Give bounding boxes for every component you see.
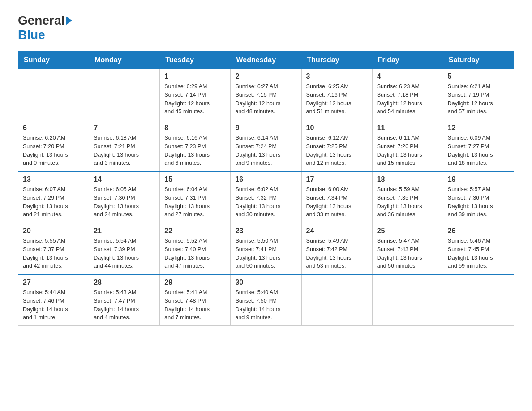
day-number: 25	[377, 227, 438, 235]
calendar-header-saturday: Saturday	[443, 51, 514, 69]
day-info: Sunrise: 5:57 AM Sunset: 7:36 PM Dayligh…	[448, 185, 509, 219]
day-info: Sunrise: 6:23 AM Sunset: 7:18 PM Dayligh…	[377, 82, 438, 116]
calendar-day-12: 12Sunrise: 6:09 AM Sunset: 7:27 PM Dayli…	[443, 120, 514, 171]
day-number: 2	[235, 73, 296, 81]
calendar-empty-cell	[18, 69, 89, 120]
calendar-day-23: 23Sunrise: 5:50 AM Sunset: 7:41 PM Dayli…	[231, 223, 301, 274]
day-info: Sunrise: 5:40 AM Sunset: 7:50 PM Dayligh…	[235, 288, 296, 322]
day-info: Sunrise: 5:47 AM Sunset: 7:43 PM Dayligh…	[377, 237, 438, 270]
calendar-week-row: 27Sunrise: 5:44 AM Sunset: 7:46 PM Dayli…	[18, 274, 514, 326]
day-info: Sunrise: 6:21 AM Sunset: 7:19 PM Dayligh…	[448, 82, 509, 116]
day-info: Sunrise: 6:20 AM Sunset: 7:20 PM Dayligh…	[23, 134, 84, 167]
day-number: 15	[164, 176, 226, 184]
calendar-empty-cell	[89, 69, 160, 120]
day-number: 23	[235, 227, 296, 235]
day-info: Sunrise: 6:14 AM Sunset: 7:24 PM Dayligh…	[235, 134, 296, 167]
calendar-day-4: 4Sunrise: 6:23 AM Sunset: 7:18 PM Daylig…	[372, 69, 443, 120]
calendar-day-17: 17Sunrise: 6:00 AM Sunset: 7:34 PM Dayli…	[301, 171, 372, 223]
calendar-week-row: 13Sunrise: 6:07 AM Sunset: 7:29 PM Dayli…	[18, 171, 514, 223]
calendar-day-28: 28Sunrise: 5:43 AM Sunset: 7:47 PM Dayli…	[89, 274, 160, 326]
day-info: Sunrise: 5:55 AM Sunset: 7:37 PM Dayligh…	[23, 237, 84, 270]
day-info: Sunrise: 5:54 AM Sunset: 7:39 PM Dayligh…	[94, 237, 155, 270]
day-info: Sunrise: 6:27 AM Sunset: 7:15 PM Dayligh…	[235, 82, 296, 116]
day-number: 29	[164, 278, 226, 287]
calendar-header-wednesday: Wednesday	[231, 51, 301, 69]
calendar-day-19: 19Sunrise: 5:57 AM Sunset: 7:36 PM Dayli…	[443, 171, 514, 223]
day-number: 27	[23, 278, 84, 287]
day-info: Sunrise: 6:18 AM Sunset: 7:21 PM Dayligh…	[94, 134, 155, 167]
calendar-day-5: 5Sunrise: 6:21 AM Sunset: 7:19 PM Daylig…	[443, 69, 514, 120]
calendar-day-26: 26Sunrise: 5:46 AM Sunset: 7:45 PM Dayli…	[443, 223, 514, 274]
day-number: 11	[377, 124, 438, 132]
calendar-header-thursday: Thursday	[301, 51, 372, 69]
calendar-day-3: 3Sunrise: 6:25 AM Sunset: 7:16 PM Daylig…	[301, 69, 372, 120]
calendar-header-monday: Monday	[89, 51, 160, 69]
calendar-day-13: 13Sunrise: 6:07 AM Sunset: 7:29 PM Dayli…	[18, 171, 89, 223]
day-info: Sunrise: 5:43 AM Sunset: 7:47 PM Dayligh…	[94, 288, 155, 322]
logo-blue: Blue	[18, 28, 45, 42]
calendar-week-row: 20Sunrise: 5:55 AM Sunset: 7:37 PM Dayli…	[18, 223, 514, 274]
day-number: 19	[448, 176, 509, 184]
calendar-day-25: 25Sunrise: 5:47 AM Sunset: 7:43 PM Dayli…	[372, 223, 443, 274]
day-number: 17	[306, 176, 368, 184]
day-number: 24	[306, 227, 368, 235]
calendar-week-row: 1Sunrise: 6:29 AM Sunset: 7:14 PM Daylig…	[18, 69, 514, 120]
calendar-day-16: 16Sunrise: 6:02 AM Sunset: 7:32 PM Dayli…	[231, 171, 301, 223]
day-number: 13	[23, 176, 84, 184]
calendar-day-7: 7Sunrise: 6:18 AM Sunset: 7:21 PM Daylig…	[89, 120, 160, 171]
page-header: General Blue	[18, 13, 514, 42]
calendar-day-24: 24Sunrise: 5:49 AM Sunset: 7:42 PM Dayli…	[301, 223, 372, 274]
day-number: 10	[306, 124, 368, 132]
day-number: 1	[164, 73, 226, 81]
day-number: 4	[377, 73, 438, 81]
calendar-empty-cell	[301, 274, 372, 326]
calendar-day-9: 9Sunrise: 6:14 AM Sunset: 7:24 PM Daylig…	[231, 120, 301, 171]
calendar-header-row: SundayMondayTuesdayWednesdayThursdayFrid…	[18, 51, 514, 69]
calendar-header-sunday: Sunday	[18, 51, 89, 69]
day-info: Sunrise: 5:59 AM Sunset: 7:35 PM Dayligh…	[377, 185, 438, 219]
day-info: Sunrise: 6:12 AM Sunset: 7:25 PM Dayligh…	[306, 134, 368, 167]
calendar-day-15: 15Sunrise: 6:04 AM Sunset: 7:31 PM Dayli…	[160, 171, 231, 223]
day-number: 20	[23, 227, 84, 235]
day-number: 30	[235, 278, 296, 287]
calendar-header-friday: Friday	[372, 51, 443, 69]
calendar-day-10: 10Sunrise: 6:12 AM Sunset: 7:25 PM Dayli…	[301, 120, 372, 171]
day-number: 6	[23, 124, 84, 132]
calendar-day-21: 21Sunrise: 5:54 AM Sunset: 7:39 PM Dayli…	[89, 223, 160, 274]
calendar-day-18: 18Sunrise: 5:59 AM Sunset: 7:35 PM Dayli…	[372, 171, 443, 223]
calendar-empty-cell	[372, 274, 443, 326]
calendar-header-tuesday: Tuesday	[160, 51, 231, 69]
day-info: Sunrise: 6:02 AM Sunset: 7:32 PM Dayligh…	[235, 185, 296, 219]
calendar-day-20: 20Sunrise: 5:55 AM Sunset: 7:37 PM Dayli…	[18, 223, 89, 274]
day-number: 5	[448, 73, 509, 81]
day-number: 8	[164, 124, 226, 132]
calendar-day-30: 30Sunrise: 5:40 AM Sunset: 7:50 PM Dayli…	[231, 274, 301, 326]
day-info: Sunrise: 6:09 AM Sunset: 7:27 PM Dayligh…	[448, 134, 509, 167]
calendar-day-11: 11Sunrise: 6:11 AM Sunset: 7:26 PM Dayli…	[372, 120, 443, 171]
day-info: Sunrise: 5:50 AM Sunset: 7:41 PM Dayligh…	[235, 237, 296, 270]
calendar-day-1: 1Sunrise: 6:29 AM Sunset: 7:14 PM Daylig…	[160, 69, 231, 120]
calendar-day-14: 14Sunrise: 6:05 AM Sunset: 7:30 PM Dayli…	[89, 171, 160, 223]
calendar-empty-cell	[443, 274, 514, 326]
day-info: Sunrise: 6:00 AM Sunset: 7:34 PM Dayligh…	[306, 185, 368, 219]
day-info: Sunrise: 5:52 AM Sunset: 7:40 PM Dayligh…	[164, 237, 226, 270]
day-info: Sunrise: 6:04 AM Sunset: 7:31 PM Dayligh…	[164, 185, 226, 219]
day-info: Sunrise: 6:29 AM Sunset: 7:14 PM Dayligh…	[164, 82, 226, 116]
day-info: Sunrise: 6:16 AM Sunset: 7:23 PM Dayligh…	[164, 134, 226, 167]
logo: General Blue	[18, 13, 73, 42]
logo-general: General	[18, 13, 64, 28]
day-number: 7	[94, 124, 155, 132]
day-number: 12	[448, 124, 509, 132]
day-info: Sunrise: 6:11 AM Sunset: 7:26 PM Dayligh…	[377, 134, 438, 167]
day-info: Sunrise: 5:41 AM Sunset: 7:48 PM Dayligh…	[164, 288, 226, 322]
calendar-day-22: 22Sunrise: 5:52 AM Sunset: 7:40 PM Dayli…	[160, 223, 231, 274]
day-info: Sunrise: 5:44 AM Sunset: 7:46 PM Dayligh…	[23, 288, 84, 322]
day-number: 28	[94, 278, 155, 287]
day-info: Sunrise: 5:46 AM Sunset: 7:45 PM Dayligh…	[448, 237, 509, 270]
calendar-day-6: 6Sunrise: 6:20 AM Sunset: 7:20 PM Daylig…	[18, 120, 89, 171]
day-info: Sunrise: 5:49 AM Sunset: 7:42 PM Dayligh…	[306, 237, 368, 270]
day-number: 21	[94, 227, 155, 235]
day-number: 9	[235, 124, 296, 132]
day-info: Sunrise: 6:25 AM Sunset: 7:16 PM Dayligh…	[306, 82, 368, 116]
day-number: 3	[306, 73, 368, 81]
